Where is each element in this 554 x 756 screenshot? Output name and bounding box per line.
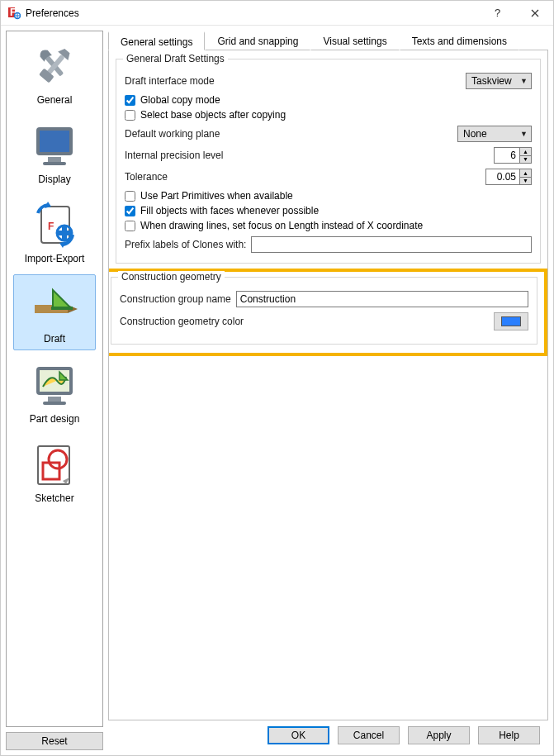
select-base-checkbox[interactable]: Select base objects after copying: [125, 109, 532, 121]
part-design-icon: [28, 359, 81, 411]
svg-rect-19: [48, 397, 61, 402]
help-button[interactable]: ?: [479, 1, 516, 25]
prefix-clones-input[interactable]: [251, 236, 532, 253]
sidebar-item-draft[interactable]: Draft: [13, 274, 96, 350]
ok-button[interactable]: OK: [268, 726, 329, 744]
dialog-footer: OK Cancel Apply Help: [108, 720, 548, 750]
tab-texts-dimensions[interactable]: Texts and dimensions: [400, 31, 519, 50]
highlight-annotation: Construction geometry Construction group…: [108, 269, 547, 356]
svg-rect-20: [43, 402, 66, 405]
group-title: Construction geometry: [118, 271, 225, 283]
sidebar-item-label: General: [37, 94, 73, 106]
spinbox-input[interactable]: [495, 148, 519, 163]
sidebar-item-import-export[interactable]: F Import-Export: [13, 195, 96, 269]
general-draft-settings-group: General Draft Settings Draft interface m…: [116, 59, 541, 264]
interface-mode-label: Draft interface mode: [125, 75, 215, 87]
tab-label: Visual settings: [323, 36, 386, 47]
spin-buttons[interactable]: ▲▼: [519, 169, 531, 184]
spin-up-icon[interactable]: ▲: [520, 169, 531, 178]
tolerance-label: Tolerance: [125, 171, 168, 183]
sidebar-item-part-design[interactable]: Part design: [13, 355, 96, 430]
tab-content: General Draft Settings Draft interface m…: [108, 50, 548, 720]
sidebar-item-label: Part design: [30, 413, 80, 425]
checkbox-label: Fill objects with faces whenever possibl…: [140, 205, 319, 216]
sidebar-item-label: Import-Export: [25, 253, 85, 264]
global-copy-checkbox[interactable]: Global copy mode: [125, 94, 532, 106]
spinbox-input[interactable]: [486, 169, 519, 184]
checkbox-label: Global copy mode: [140, 94, 220, 106]
focus-length-checkbox[interactable]: When drawing lines, set focus on Length …: [125, 220, 532, 231]
dropdown-value: Taskview: [471, 75, 512, 87]
window-title: Preferences: [26, 7, 479, 19]
sidebar-item-sketcher[interactable]: Sketcher: [13, 435, 96, 509]
checkbox-input[interactable]: [125, 110, 135, 121]
construction-geometry-group: Construction geometry Construction group…: [111, 277, 537, 345]
prefix-clones-label: Prefix labels of Clones with:: [125, 239, 246, 250]
sidebar-item-label: Display: [38, 174, 70, 185]
apply-button[interactable]: Apply: [408, 726, 470, 744]
use-part-primitives-checkbox[interactable]: Use Part Primitives when available: [125, 190, 532, 202]
close-button[interactable]: [516, 1, 553, 25]
fill-faces-checkbox[interactable]: Fill objects with faces whenever possibl…: [125, 205, 532, 216]
tab-general-settings[interactable]: General settings: [108, 31, 205, 50]
construction-color-button[interactable]: [494, 312, 528, 330]
tools-icon: [28, 40, 81, 93]
svg-rect-7: [40, 131, 69, 152]
tab-bar: General settings Grid and snapping Visua…: [108, 31, 548, 50]
category-sidebar: General Display: [6, 31, 103, 727]
titlebar: F Preferences ?: [1, 1, 553, 26]
svg-rect-16: [51, 307, 73, 310]
cancel-button[interactable]: Cancel: [338, 726, 400, 744]
working-plane-label: Default working plane: [125, 128, 220, 140]
tab-label: Grid and snapping: [217, 36, 298, 47]
tolerance-spinbox[interactable]: ▲▼: [485, 169, 532, 185]
working-plane-dropdown[interactable]: None ▼: [457, 126, 532, 142]
draft-icon: [28, 278, 81, 331]
sketcher-icon: [28, 438, 81, 491]
tab-grid-snapping[interactable]: Grid and snapping: [205, 31, 310, 50]
tab-visual-settings[interactable]: Visual settings: [310, 31, 399, 50]
checkbox-input[interactable]: [125, 191, 135, 202]
app-icon: F: [7, 7, 21, 20]
spin-down-icon[interactable]: ▼: [520, 178, 531, 185]
construction-color-label: Construction geometry color: [120, 316, 244, 327]
import-export-icon: F: [28, 198, 81, 251]
checkbox-label: When drawing lines, set focus on Length …: [140, 220, 423, 231]
spin-buttons[interactable]: ▲▼: [519, 148, 531, 163]
color-swatch: [501, 316, 521, 326]
checkbox-label: Select base objects after copying: [140, 109, 286, 121]
precision-spinbox[interactable]: ▲▼: [494, 147, 532, 164]
monitor-icon: [28, 119, 81, 172]
interface-mode-dropdown[interactable]: Taskview ▼: [466, 73, 532, 89]
svg-text:F: F: [48, 221, 54, 232]
chevron-down-icon: ▼: [520, 77, 528, 85]
sidebar-item-general[interactable]: General: [13, 36, 96, 111]
tab-label: Texts and dimensions: [412, 36, 507, 47]
group-title: General Draft Settings: [123, 53, 228, 64]
svg-rect-14: [58, 231, 71, 235]
spin-up-icon[interactable]: ▲: [520, 148, 531, 156]
construction-group-name-label: Construction group name: [120, 293, 231, 305]
construction-group-name-input[interactable]: [236, 291, 528, 307]
dropdown-value: None: [463, 128, 487, 140]
tab-label: General settings: [121, 36, 192, 48]
help-button-footer[interactable]: Help: [478, 726, 540, 744]
chevron-down-icon: ▼: [520, 130, 528, 138]
preferences-window: F Preferences ?: [0, 0, 554, 756]
checkbox-input[interactable]: [125, 221, 135, 231]
sidebar-item-display[interactable]: Display: [13, 116, 96, 190]
svg-rect-8: [48, 157, 61, 162]
reset-button[interactable]: Reset: [6, 732, 103, 750]
precision-label: Internal precision level: [125, 150, 223, 161]
svg-rect-9: [43, 162, 66, 165]
sidebar-item-label: Sketcher: [35, 492, 73, 504]
checkbox-label: Use Part Primitives when available: [140, 190, 293, 202]
sidebar-item-label: Draft: [44, 333, 65, 345]
spin-down-icon[interactable]: ▼: [520, 156, 531, 164]
checkbox-input[interactable]: [125, 95, 135, 106]
checkbox-input[interactable]: [125, 206, 135, 216]
